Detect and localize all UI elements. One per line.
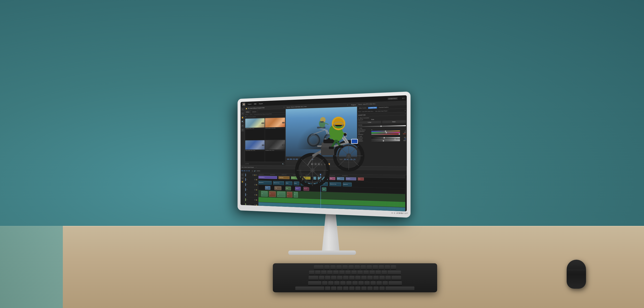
clip-v5-1[interactable]: Import	[265, 186, 270, 190]
clip-adj-9[interactable]: Adjustment Lay...	[329, 182, 341, 186]
sub-clip-open[interactable]: open the new...	[318, 177, 328, 180]
track-lock-v2[interactable]: 🔒	[256, 199, 257, 201]
key-backspace[interactable]	[388, 270, 401, 275]
bin-search-icon[interactable]: 🔍	[282, 163, 284, 165]
effects-tab[interactable]: Effects	[245, 110, 251, 114]
contrast-slider[interactable]	[371, 139, 400, 140]
key-tilde[interactable]	[309, 270, 314, 275]
clip-v5-5[interactable]: Boost 3	[303, 187, 309, 190]
track-eye-v2[interactable]: 👁	[254, 199, 256, 201]
clip-adj-1[interactable]: Adjustment L...	[258, 181, 272, 185]
bin-panel-close[interactable]: ✕	[283, 106, 284, 108]
key-z[interactable]	[325, 286, 330, 291]
key-9[interactable]	[364, 270, 369, 275]
home-icon[interactable]: 🏠	[242, 103, 245, 106]
key-1[interactable]	[315, 270, 320, 275]
clip-v5-3[interactable]: Dupe	[285, 186, 291, 190]
subtitle-btn[interactable]: Subtitle	[256, 170, 260, 172]
source-close[interactable]: ✕	[347, 104, 348, 106]
auto-button[interactable]: ↻ Auto	[358, 121, 381, 124]
key-semicolon[interactable]	[376, 281, 382, 286]
go-start-btn[interactable]: ⏮	[311, 162, 313, 165]
workspace-label[interactable]: ESSENTIALS	[387, 97, 398, 100]
bin-item-1[interactable]: 7:07 No Premiere in Shot Edit...	[265, 118, 285, 140]
menu-export[interactable]: Export	[259, 103, 263, 104]
key-rbracket[interactable]	[386, 276, 391, 280]
essential-graphics-tab[interactable]: Essential Graphics	[378, 106, 389, 108]
step-fwd-btn[interactable]: ▷	[321, 163, 323, 165]
key-slash[interactable]	[380, 286, 385, 291]
key-period[interactable]	[373, 286, 379, 291]
bin-item-2[interactable]: 6:02 Export Mode Javi_2.mov	[245, 140, 264, 162]
sub-clip-bring[interactable]: and and bring...	[278, 176, 289, 179]
bin-view-icon[interactable]: ⊞	[245, 163, 246, 164]
clip-adj-7[interactable]: Adj...	[314, 182, 318, 186]
clip-adj-4[interactable]: Adjust...	[294, 181, 299, 185]
clip-adj-2[interactable]: Adjustment Lay...	[273, 181, 284, 185]
key-v[interactable]	[343, 286, 348, 291]
track-eye-sub[interactable]: 👁	[252, 174, 254, 176]
step-back-btn[interactable]: ◁	[314, 162, 316, 165]
exp-slider[interactable]	[371, 137, 400, 138]
key-f10[interactable]	[379, 265, 384, 270]
key-f[interactable]	[340, 281, 346, 286]
tool-text[interactable]: T	[241, 128, 244, 132]
track-lock-sub[interactable]: 🔒	[254, 174, 256, 176]
key-lbracket[interactable]	[380, 276, 385, 280]
key-p[interactable]	[373, 276, 379, 280]
key-capslock[interactable]	[308, 281, 322, 286]
key-0[interactable]	[370, 270, 375, 275]
sat-slider[interactable]	[371, 134, 400, 135]
track-lock-v3[interactable]: 🔒	[256, 194, 257, 196]
track-eye-v5[interactable]: 👁	[254, 184, 256, 186]
key-escape[interactable]	[314, 265, 324, 270]
tl-razor-tool[interactable]: ✂	[241, 177, 244, 180]
sub-clip-w[interactable]: W...	[314, 177, 316, 180]
tc-link[interactable]: 🔗	[254, 170, 256, 172]
key-f1[interactable]	[324, 265, 330, 270]
clip-adj-6[interactable]: Adj...	[308, 182, 312, 186]
quality-dropdown[interactable]: Full ▼	[339, 158, 343, 160]
lumetri-close[interactable]: ✕	[404, 110, 406, 111]
key-lshift[interactable]	[295, 286, 324, 291]
key-enter[interactable]	[388, 281, 402, 286]
key-4[interactable]	[333, 270, 338, 275]
sub-clip-review[interactable]: review the files on...	[258, 176, 277, 179]
bin-new-icon[interactable]: +	[284, 163, 285, 165]
key-g[interactable]	[346, 281, 352, 286]
clip-v1-5[interactable]: ✦	[294, 192, 298, 198]
lumetri-color-tab[interactable]: Lumetri Color	[368, 107, 377, 109]
input-lut-value[interactable]: None	[371, 118, 406, 120]
key-a[interactable]	[322, 281, 328, 286]
sub-clip-new[interactable]: A new he...	[291, 176, 300, 179]
bin-item-0[interactable]: 16:03 Edit Mode Javi_1.mov	[245, 118, 264, 140]
key-f8[interactable]	[366, 265, 372, 270]
tint-slider[interactable]	[371, 132, 400, 133]
clip-adj-8[interactable]: Adjustment L...	[319, 182, 328, 186]
libraries-tab[interactable]: Libraries	[251, 110, 258, 113]
clip-adj-5[interactable]: Adjust...	[300, 182, 306, 185]
clip-v1-1[interactable]: ✦	[261, 191, 268, 197]
track-mute-sub[interactable]: M	[256, 174, 257, 176]
key-f9[interactable]	[373, 265, 378, 270]
timeline-right-scroll[interactable]	[405, 175, 407, 211]
sub-clip-choo[interactable]: Choo...	[329, 177, 335, 180]
effect-controls-tab[interactable]: Effect Controls	[358, 107, 367, 109]
play-stop-btn[interactable]: ▶	[318, 162, 320, 165]
clip-v1-2[interactable]: ✦	[269, 191, 276, 197]
key-w[interactable]	[325, 276, 330, 280]
key-l[interactable]	[370, 281, 376, 286]
key-f5[interactable]	[348, 265, 354, 270]
key-q[interactable]	[319, 276, 324, 280]
tool-hand[interactable]: ✋	[241, 116, 244, 119]
key-j[interactable]	[358, 281, 364, 286]
key-k[interactable]	[364, 281, 370, 286]
tool-razor[interactable]: ✂	[241, 112, 244, 115]
playback-bar[interactable]	[298, 159, 338, 160]
go-end-btn[interactable]: ⏭	[324, 163, 326, 165]
track-lock-v5[interactable]: 🔒	[256, 184, 257, 186]
key-backslash[interactable]	[392, 276, 401, 280]
sub-clip-use[interactable]: Use t...	[358, 178, 364, 181]
key-f3[interactable]	[336, 265, 342, 270]
clip-v5-2[interactable]: Copy	[274, 186, 281, 190]
